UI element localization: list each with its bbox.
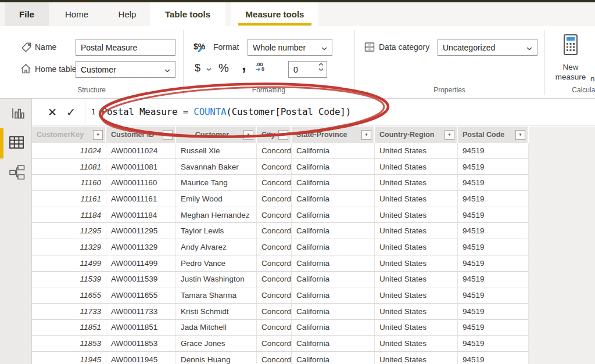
cell-customerKey: 11499 bbox=[32, 255, 106, 271]
table-row[interactable]: 11081AW00011081Savannah BakerConcordCali… bbox=[32, 159, 529, 175]
column-filter-button[interactable]: ▾ bbox=[445, 130, 454, 140]
cell-postalCode: 94519 bbox=[458, 143, 529, 158]
cell-countryRegion: United States bbox=[375, 175, 458, 190]
format-dropdown[interactable]: Whole number bbox=[248, 39, 332, 56]
cell-customer: Emily Wood bbox=[176, 191, 257, 207]
cell-customerKey: 11539 bbox=[32, 272, 106, 287]
data-view-icon[interactable] bbox=[9, 135, 24, 150]
data-category-dropdown[interactable]: Uncategorized bbox=[438, 39, 537, 56]
arrow-icon bbox=[256, 67, 261, 71]
table-row[interactable]: 11733AW00011733Kristi SchmidtConcordCali… bbox=[32, 304, 529, 320]
cell-customerKey: 11160 bbox=[32, 175, 106, 190]
chevron-down-icon[interactable] bbox=[206, 68, 212, 71]
column-header-city[interactable]: City▾ bbox=[257, 127, 292, 143]
table-row[interactable]: 11184AW00011184Meghan HernandezConcordCa… bbox=[32, 207, 529, 224]
column-header-stateProvince[interactable]: State-Province▾ bbox=[292, 127, 375, 143]
cell-stateProvince: California bbox=[292, 287, 375, 303]
measure-name-input[interactable]: Postal Measure bbox=[76, 39, 175, 56]
column-header-countryRegion[interactable]: Country-Region▾ bbox=[375, 127, 458, 143]
tab-help[interactable]: Help bbox=[105, 2, 150, 26]
table-row[interactable]: 11024AW00011024Russell XieConcordCalifor… bbox=[32, 143, 529, 159]
cell-postalCode: 94519 bbox=[458, 287, 529, 303]
cell-customer: Pedro Vance bbox=[176, 255, 257, 271]
cell-customerId: AW00011295 bbox=[106, 223, 176, 239]
decimal-bottom: 0 bbox=[261, 67, 264, 71]
ribbon: Name Postal Measure Home table Customer … bbox=[0, 26, 595, 99]
table-row[interactable]: 11499AW00011499Pedro VanceConcordCalifor… bbox=[32, 255, 529, 272]
column-header-customer[interactable]: Customer▾ bbox=[176, 127, 257, 143]
column-header-postalCode[interactable]: Postal Code▾ bbox=[458, 127, 529, 143]
spinner-down-icon[interactable] bbox=[318, 68, 324, 71]
spinner-up-icon[interactable] bbox=[318, 63, 324, 66]
column-filter-button[interactable]: ▾ bbox=[93, 130, 103, 140]
cell-stateProvince: California bbox=[292, 239, 375, 255]
percent-format-button[interactable]: % bbox=[218, 62, 229, 75]
tab-table-tools[interactable]: Table tools bbox=[150, 2, 225, 26]
table-row[interactable]: 11853AW00011853Grace JonesConcordCalifor… bbox=[32, 336, 529, 352]
new-measure-label: New measure bbox=[550, 62, 592, 82]
table-right-filler bbox=[529, 127, 595, 364]
cell-postalCode: 94519 bbox=[458, 352, 529, 364]
cell-countryRegion: United States bbox=[375, 159, 458, 175]
cell-city: Concord bbox=[257, 255, 292, 271]
cancel-formula-button[interactable]: ✕ bbox=[48, 106, 57, 118]
formula-bar[interactable]: ✕ ✓ 1 Postal Measure = COUNTA(Customer[P… bbox=[33, 99, 595, 125]
cell-postalCode: 94519 bbox=[458, 239, 529, 255]
currency-format-button[interactable]: $ bbox=[195, 62, 200, 74]
model-view-icon[interactable] bbox=[9, 164, 25, 181]
cell-city: Concord bbox=[257, 336, 292, 351]
cell-postalCode: 94519 bbox=[458, 191, 529, 207]
table-row[interactable]: 11655AW00011655Tamara SharmaConcordCalif… bbox=[32, 287, 529, 304]
column-filter-button[interactable]: ▾ bbox=[361, 130, 371, 140]
column-filter-button[interactable]: ▾ bbox=[515, 130, 525, 140]
chevron-down-icon bbox=[321, 43, 327, 52]
table-header-row: CustomerKey▾Customer ID▾Customer▾City▾St… bbox=[32, 127, 529, 143]
thousands-separator-button[interactable]: , bbox=[242, 56, 246, 74]
cell-stateProvince: California bbox=[292, 255, 375, 271]
table-row[interactable]: 11329AW00011329Andy AlvarezConcordCalifo… bbox=[32, 239, 529, 255]
cell-stateProvince: California bbox=[292, 304, 375, 319]
cell-customer: Andy Alvarez bbox=[176, 239, 257, 255]
cell-customerKey: 11853 bbox=[32, 336, 106, 351]
table-row[interactable]: 11851AW00011851Jada MitchellConcordCalif… bbox=[32, 320, 529, 336]
dax-formula-input[interactable]: Postal Measure = COUNTA(Customer[Postal … bbox=[102, 106, 351, 117]
table-row[interactable]: 11295AW00011295Taylor LewisConcordCalifo… bbox=[32, 223, 529, 239]
cell-customerId: AW00011499 bbox=[106, 255, 176, 271]
table-row[interactable]: 11160AW00011160Maurice TangConcordCalifo… bbox=[32, 175, 529, 191]
home-table-dropdown[interactable]: Customer bbox=[76, 61, 175, 78]
tag-icon bbox=[21, 42, 32, 53]
structure-group-label: Structure bbox=[0, 86, 183, 96]
table-row[interactable]: 11945AW00011945Dennis HuangConcordCalifo… bbox=[32, 352, 529, 364]
cell-customerId: AW00011081 bbox=[106, 159, 176, 175]
column-header-customerId[interactable]: Customer ID▾ bbox=[106, 127, 176, 143]
cell-stateProvince: California bbox=[292, 336, 375, 351]
format-icon: $% bbox=[192, 39, 207, 53]
column-filter-button[interactable]: ▾ bbox=[163, 130, 173, 140]
cell-postalCode: 94519 bbox=[458, 207, 529, 223]
column-header-label: Customer ID bbox=[111, 131, 163, 139]
column-filter-button[interactable]: ▾ bbox=[243, 130, 253, 140]
commit-formula-button[interactable]: ✓ bbox=[66, 106, 76, 118]
table-row[interactable]: 11161AW00011161Emily WoodConcordCaliforn… bbox=[32, 191, 529, 207]
table-row[interactable]: 11539AW00011539Justin WashingtonConcordC… bbox=[32, 272, 529, 288]
report-view-icon[interactable] bbox=[10, 106, 25, 120]
column-filter-button[interactable]: ▾ bbox=[278, 130, 288, 140]
decimal-places-icon[interactable]: .00 0 bbox=[256, 62, 264, 71]
cell-stateProvince: California bbox=[292, 191, 375, 207]
cell-customerId: AW00011024 bbox=[106, 143, 176, 158]
decimal-places-stepper[interactable]: 0 bbox=[288, 61, 327, 78]
format-value: Whole number bbox=[253, 43, 319, 52]
new-measure-button[interactable]: New measure bbox=[550, 34, 592, 82]
tab-file[interactable]: File bbox=[5, 2, 49, 26]
cell-customerKey: 11024 bbox=[32, 143, 106, 158]
house-icon bbox=[20, 63, 31, 74]
cell-countryRegion: United States bbox=[375, 143, 458, 158]
column-header-customerKey[interactable]: CustomerKey▾ bbox=[32, 127, 106, 143]
cell-customer: Meghan Hernandez bbox=[176, 207, 257, 223]
cell-customerId: AW00011733 bbox=[106, 304, 176, 319]
cell-countryRegion: United States bbox=[375, 239, 458, 255]
chevron-down-icon bbox=[164, 65, 170, 74]
tab-measure-tools[interactable]: Measure tools bbox=[231, 2, 318, 26]
cell-countryRegion: United States bbox=[375, 191, 458, 207]
tab-home[interactable]: Home bbox=[49, 2, 105, 26]
